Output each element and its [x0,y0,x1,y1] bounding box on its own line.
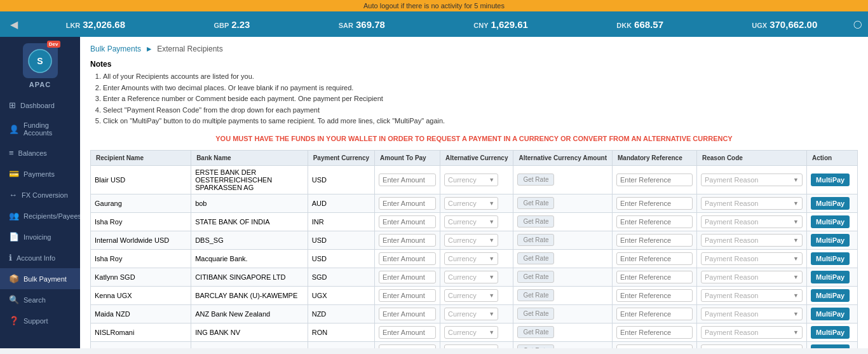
amount-input[interactable] [379,271,436,283]
multipay-button[interactable]: MultiPay [811,289,850,302]
alt-currency-select[interactable]: Currency ▼ [444,197,498,210]
amount-input[interactable] [379,308,436,320]
reason-select[interactable]: Payment Reason ▼ [701,344,803,348]
sidebar-item-balances[interactable]: ≡Balances [0,142,80,163]
reason-select[interactable]: Payment Reason ▼ [701,234,803,247]
cell-alt-currency[interactable]: Currency ▼ [440,341,513,348]
multipay-button[interactable]: MultiPay [811,234,850,247]
ticker-right-arrow[interactable]: ◯ [853,20,862,29]
breadcrumb-parent[interactable]: Bulk Payments [90,44,141,53]
ticker-left-arrow[interactable]: ◀ [6,18,22,31]
reference-input[interactable] [616,215,693,228]
multipay-button[interactable]: MultiPay [811,197,850,210]
cell-alt-currency[interactable]: Currency ▼ [440,194,513,212]
reference-input[interactable] [616,197,693,210]
amount-input[interactable] [379,326,436,339]
alt-currency-select[interactable]: Currency ▼ [444,234,498,247]
reason-select[interactable]: Payment Reason ▼ [701,271,803,283]
amount-input[interactable] [379,252,436,265]
sidebar-label: FX Conversion [22,191,68,199]
reference-input[interactable] [616,344,693,348]
reference-input[interactable] [616,326,693,339]
reference-input[interactable] [616,289,693,302]
multipay-button[interactable]: MultiPay [811,326,850,339]
reason-select[interactable]: Payment Reason ▼ [701,326,803,339]
reason-select[interactable]: Payment Reason ▼ [701,289,803,302]
multipay-button[interactable]: MultiPay [811,174,850,186]
sidebar-item-invoicing[interactable]: 📄Invoicing [0,226,80,247]
get-rate-button[interactable]: Get Rate [517,344,554,348]
alt-currency-select[interactable]: Currency ▼ [444,271,498,283]
sidebar-icon: 💳 [9,169,19,179]
alt-currency-select[interactable]: Currency ▼ [444,344,498,348]
reference-input[interactable] [616,308,693,320]
sidebar-item-support[interactable]: ❓Support [0,310,80,331]
sidebar-item-bulk-payment[interactable]: 📦Bulk Payment [0,268,80,289]
sidebar-item-payments[interactable]: 💳Payments [0,163,80,184]
reference-input[interactable] [616,271,693,283]
get-rate-button[interactable]: Get Rate [517,271,554,283]
amount-input[interactable] [379,174,436,186]
cell-reason[interactable]: Payment Reason ▼ [697,268,807,286]
alt-currency-select[interactable]: Currency ▼ [444,252,498,265]
reference-input[interactable] [616,174,693,186]
get-rate-button[interactable]: Get Rate [517,174,554,186]
cell-alt-currency[interactable]: Currency ▼ [440,231,513,249]
sidebar-item-search[interactable]: 🔍Search [0,289,80,310]
cell-reason[interactable]: Payment Reason ▼ [697,341,807,348]
sidebar-item-dashboard[interactable]: ⊞Dashboard [0,95,80,116]
cell-currency: AUD [308,194,374,212]
alt-currency-select[interactable]: Currency ▼ [444,174,498,186]
sidebar-item-recipients-payees[interactable]: 👥Recipients/Payees [0,205,80,226]
get-rate-button[interactable]: Get Rate [517,326,554,338]
cell-reason[interactable]: Payment Reason ▼ [697,323,807,341]
cell-reason[interactable]: Payment Reason ▼ [697,165,807,194]
currency-item-cny: CNY1,629.61 [473,19,528,30]
amount-input[interactable] [379,289,436,302]
get-rate-button[interactable]: Get Rate [517,252,554,264]
reason-select[interactable]: Payment Reason ▼ [701,215,803,228]
reason-select[interactable]: Payment Reason ▼ [701,252,803,265]
get-rate-button[interactable]: Get Rate [517,234,554,246]
get-rate-button[interactable]: Get Rate [517,197,554,209]
amount-input[interactable] [379,197,436,210]
cell-reason[interactable]: Payment Reason ▼ [697,249,807,268]
cell-alt-currency[interactable]: Currency ▼ [440,323,513,341]
header-recipient: Recipient Name [91,150,191,165]
amount-input[interactable] [379,344,436,348]
sidebar-item-funding-accounts[interactable]: 👤Funding Accounts [0,116,80,142]
multipay-button[interactable]: MultiPay [811,308,850,320]
alt-currency-select[interactable]: Currency ▼ [444,308,498,320]
cell-reason[interactable]: Payment Reason ▼ [697,231,807,249]
amount-input[interactable] [379,234,436,247]
get-rate-button[interactable]: Get Rate [517,308,554,320]
reason-select[interactable]: Payment Reason ▼ [701,174,803,186]
reason-select[interactable]: Payment Reason ▼ [701,308,803,320]
cell-reason[interactable]: Payment Reason ▼ [697,212,807,231]
cell-reason[interactable]: Payment Reason ▼ [697,286,807,304]
reference-input[interactable] [616,234,693,247]
alt-currency-select[interactable]: Currency ▼ [444,289,498,302]
sidebar-item-account-info[interactable]: ℹAccount Info [0,247,80,268]
sidebar-label: Bulk Payment [24,275,67,283]
multipay-button[interactable]: MultiPay [811,215,850,228]
cell-alt-currency[interactable]: Currency ▼ [440,165,513,194]
get-rate-button[interactable]: Get Rate [517,289,554,301]
cell-reason[interactable]: Payment Reason ▼ [697,304,807,323]
alt-currency-select[interactable]: Currency ▼ [444,215,498,228]
alt-currency-select[interactable]: Currency ▼ [444,326,498,339]
reason-select[interactable]: Payment Reason ▼ [701,197,803,210]
get-rate-button[interactable]: Get Rate [517,215,554,228]
multipay-button[interactable]: MultiPay [811,344,850,348]
amount-input[interactable] [379,215,436,228]
reference-input[interactable] [616,252,693,265]
multipay-button[interactable]: MultiPay [811,271,850,283]
sidebar-item-fx-conversion[interactable]: ↔FX Conversion [0,184,80,205]
cell-alt-currency[interactable]: Currency ▼ [440,286,513,304]
cell-alt-currency[interactable]: Currency ▼ [440,304,513,323]
cell-alt-currency[interactable]: Currency ▼ [440,249,513,268]
cell-alt-currency[interactable]: Currency ▼ [440,268,513,286]
cell-reason[interactable]: Payment Reason ▼ [697,194,807,212]
cell-alt-currency[interactable]: Currency ▼ [440,212,513,231]
multipay-button[interactable]: MultiPay [811,252,850,265]
